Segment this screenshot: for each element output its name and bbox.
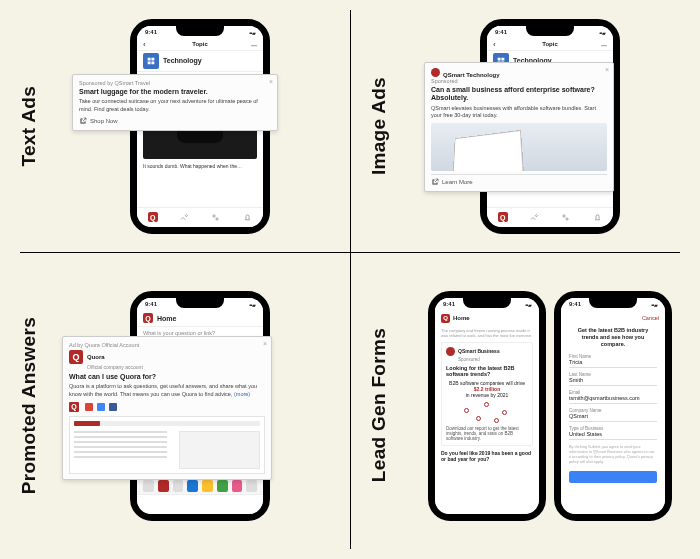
tab-answer[interactable] <box>169 208 201 227</box>
tab-answer[interactable] <box>519 208 551 227</box>
overflow-icon[interactable]: ⋯ <box>251 41 257 48</box>
business-type-field[interactable]: United States <box>569 431 657 440</box>
org-name: Quora <box>87 354 105 360</box>
topbar-title: Topic <box>192 41 208 47</box>
poll-question[interactable]: Do you feel like 2019 has been a good or… <box>441 450 533 462</box>
ad-headline: Can a small business afford enterprise s… <box>431 86 607 103</box>
cancel-button[interactable]: Cancel <box>642 315 659 321</box>
svg-point-0 <box>213 214 215 216</box>
ad-body: QSmart elevates businesses with affordab… <box>431 105 607 119</box>
svg-point-3 <box>566 217 568 219</box>
tab-home[interactable]: Q <box>137 208 169 227</box>
advertiser-name: QSmart Business <box>458 347 500 353</box>
card-desc: Download our report to get the latest in… <box>446 426 528 441</box>
phone-mockup-feed: 9:41••• ▰ QHome The company and freeze r… <box>428 291 546 521</box>
email-field[interactable]: tsmith@qsmartbusiness.com <box>569 395 657 404</box>
quora-avatar-icon: Q <box>69 350 83 364</box>
app-switcher <box>137 478 263 494</box>
last-name-field[interactable]: Smith <box>569 377 657 386</box>
feed-blurb: The company and freeze running process i… <box>441 328 533 338</box>
quora-logo-icon: Q <box>441 314 450 323</box>
sponsored-feed-card[interactable]: QSmart BusinessSponsored Looking for the… <box>441 342 533 446</box>
tab-spaces[interactable] <box>550 208 582 227</box>
first-name-field[interactable]: Tricia <box>569 359 657 368</box>
topic-name: Technology <box>163 57 202 64</box>
external-link-icon <box>431 178 439 186</box>
ad-label: Ad by Quora Official Account <box>69 342 265 348</box>
close-icon[interactable]: × <box>605 66 609 73</box>
tab-notif[interactable] <box>232 208 264 227</box>
form-disclaimer: By clicking Submit, you agree to send yo… <box>569 445 657 465</box>
label-lead-gen: Lead Gen Forms <box>368 328 390 482</box>
svg-point-2 <box>563 214 565 216</box>
ad-cta[interactable]: Learn More <box>431 174 607 186</box>
status-time: 9:41 <box>145 29 157 35</box>
form-title: Get the latest B2B industry trends and s… <box>569 327 657 348</box>
advertiser-avatar <box>446 347 455 356</box>
home-title: Home <box>157 315 176 322</box>
quadrant-lead-gen: Lead Gen Forms 9:41••• ▰ QHome The compa… <box>350 252 700 559</box>
external-link-icon <box>79 117 87 125</box>
network-graphic <box>462 400 512 424</box>
promoted-answer-card[interactable]: × Ad by Quora Official Account QQuoraOff… <box>62 336 272 480</box>
label-text-ads: Text Ads <box>18 86 40 167</box>
back-icon[interactable]: ‹ <box>493 40 496 49</box>
topic-tile-icon <box>143 53 159 69</box>
ad-sponsor: Sponsored <box>431 78 607 84</box>
ad-image <box>431 123 607 171</box>
tab-spaces[interactable] <box>200 208 232 227</box>
close-icon[interactable]: × <box>269 78 273 85</box>
quora-logo-icon: Q <box>143 313 153 323</box>
ad-sponsor: Sponsored by QSmart Travel <box>79 80 271 86</box>
question: What can I use Quora for? <box>69 373 265 381</box>
card-headline: Looking for the latest B2B software tren… <box>446 365 528 377</box>
ad-body: Take our connected suitcase on your next… <box>79 98 271 112</box>
image-ad-card[interactable]: × QSmart Technology Sponsored Can a smal… <box>424 62 614 192</box>
status-indicators: ••• ▰ <box>249 30 255 36</box>
tabbar: Q <box>137 207 263 227</box>
ask-prompt[interactable]: What is your question or link? <box>143 330 257 336</box>
quora-mini-icon: Q <box>69 402 79 412</box>
back-icon[interactable]: ‹ <box>143 40 146 49</box>
quadrant-promoted-answers: Promoted Answers 9:41••• ▰ QHome What is… <box>0 252 350 559</box>
answer-screenshot <box>69 416 265 474</box>
more-link[interactable]: (more) <box>234 391 250 397</box>
submit-button[interactable] <box>569 471 657 483</box>
quadrant-image-ads: Image Ads 9:41••• ▰ ‹ Topic ⋯ Technology… <box>350 0 700 252</box>
label-promoted: Promoted Answers <box>18 317 40 494</box>
answer-text: Quora is a platform to ask questions, ge… <box>69 383 257 396</box>
label-image-ads: Image Ads <box>368 77 390 175</box>
quadrant-text-ads: Text Ads 9:41••• ▰ ‹ Topic ⋯ Technology … <box>0 0 350 252</box>
ad-headline: Smart luggage for the modern traveler. <box>79 88 271 96</box>
ad-cta[interactable]: Shop Now <box>79 117 271 125</box>
phone-mockup-form: 9:41••• ▰ Cancel Get the latest B2B indu… <box>554 291 672 521</box>
company-field[interactable]: QSmart <box>569 413 657 422</box>
overflow-icon[interactable]: ⋯ <box>601 41 607 48</box>
tab-notif[interactable] <box>582 208 614 227</box>
text-ad-card[interactable]: × Sponsored by QSmart Travel Smart lugga… <box>72 74 278 131</box>
advertiser-avatar <box>431 68 440 77</box>
feed-caption: It sounds dumb. What happened when the… <box>137 163 263 169</box>
close-icon[interactable]: × <box>263 340 267 347</box>
svg-point-1 <box>216 217 218 219</box>
tab-home[interactable]: Q <box>487 208 519 227</box>
